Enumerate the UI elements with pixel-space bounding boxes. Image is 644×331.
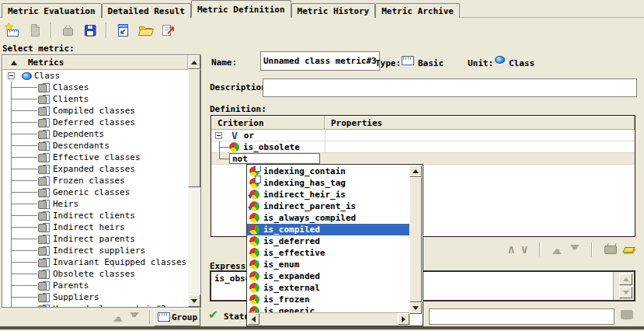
left-arrow-icon bbox=[252, 316, 256, 322]
tab-bar: Metric Evaluation Detailed Result Metric… bbox=[0, 0, 644, 18]
expression-scroll-up-button[interactable] bbox=[619, 274, 632, 285]
collapse-expander-icon[interactable] bbox=[215, 132, 222, 139]
open-metric-file-button[interactable] bbox=[136, 21, 155, 40]
dropdown-item[interactable]: is_effective bbox=[247, 247, 410, 259]
scrollbar-thumb[interactable] bbox=[409, 177, 422, 302]
criterion-edit-cell[interactable]: not bbox=[229, 153, 320, 164]
duplicate-metric-button[interactable] bbox=[26, 21, 44, 40]
expression-scroll-down-button[interactable] bbox=[619, 287, 632, 298]
tree-item[interactable]: Indirect clients bbox=[2, 210, 188, 221]
group-toggle-button[interactable]: Group bbox=[154, 308, 200, 326]
tree-item[interactable]: Suppliers bbox=[2, 291, 188, 303]
definition-label: Definition: bbox=[210, 104, 266, 114]
criterion-icon bbox=[249, 178, 259, 188]
dropdown-item[interactable]: is_compiled bbox=[247, 224, 410, 235]
move-metric-up-button[interactable] bbox=[113, 312, 124, 322]
tree-item-label: Classes bbox=[53, 82, 89, 92]
metrics-column-header[interactable]: Metrics bbox=[2, 55, 188, 70]
tree-item[interactable]: Effective classes bbox=[2, 152, 188, 163]
scroll-right-button[interactable] bbox=[398, 313, 409, 325]
tab[interactable]: Metric Evaluation bbox=[2, 3, 102, 18]
move-metric-down-button[interactable] bbox=[129, 312, 139, 322]
tab[interactable]: Metric History bbox=[291, 3, 376, 18]
tree-item-label: Parents bbox=[53, 280, 89, 291]
tree-item[interactable]: Compiled classes bbox=[2, 105, 188, 117]
criterion-row-or[interactable]: V or bbox=[211, 130, 635, 141]
or-operator-button[interactable]: V bbox=[521, 245, 527, 255]
dropdown-item[interactable]: is_always_compiled bbox=[247, 212, 410, 224]
new-metric-button[interactable] bbox=[3, 21, 22, 40]
dropdown-item[interactable]: is_expanded bbox=[247, 270, 410, 282]
tree-item-label: Suppliers bbox=[53, 292, 99, 302]
scroll-down-button[interactable] bbox=[188, 294, 200, 307]
tree-item[interactable]: Frozen classes bbox=[2, 175, 188, 186]
criterion-icon bbox=[249, 248, 259, 258]
dropdown-horizontal-scrollbar[interactable] bbox=[248, 312, 410, 325]
class-unit-icon bbox=[22, 72, 32, 80]
tree-item[interactable]: Obsolete classes bbox=[2, 268, 188, 280]
tree-item[interactable]: Deferred classes bbox=[2, 117, 188, 128]
select-metric-label: Select metric: bbox=[2, 44, 75, 54]
tree-item[interactable]: Expanded classes bbox=[2, 163, 188, 175]
tree-item[interactable]: Classes bbox=[2, 82, 188, 93]
dropdown-vertical-scrollbar[interactable] bbox=[409, 166, 422, 314]
collapse-expander-icon[interactable] bbox=[8, 72, 15, 79]
load-metrics-button[interactable] bbox=[113, 21, 132, 40]
scroll-up-button[interactable] bbox=[188, 55, 200, 69]
criterion-row-is-obsolete[interactable]: is_obsolete bbox=[211, 141, 635, 153]
unit-value: Class bbox=[509, 58, 534, 68]
dropdown-item[interactable]: indexing_has_tag bbox=[247, 177, 410, 189]
right-arrow-icon bbox=[402, 316, 406, 322]
tree-item[interactable]: Generic classes bbox=[2, 186, 188, 198]
scroll-down-button[interactable] bbox=[409, 302, 422, 314]
criterion-column-header[interactable]: Criterion bbox=[211, 116, 325, 130]
dropdown-item[interactable]: is_enum bbox=[247, 259, 410, 270]
open-folder-icon bbox=[137, 22, 154, 39]
properties-column-header[interactable]: Properties bbox=[325, 116, 635, 130]
tree-item[interactable]: Indirect parents bbox=[2, 233, 188, 245]
tree-item[interactable]: Invariant Equipped classes bbox=[2, 256, 188, 268]
delete-metric-button[interactable] bbox=[58, 21, 77, 40]
move-criterion-down-button[interactable] bbox=[569, 244, 580, 255]
tree-item[interactable]: Parents bbox=[2, 280, 188, 291]
dropdown-item[interactable]: is_external bbox=[247, 282, 410, 294]
criterion-row-editing[interactable]: not bbox=[211, 153, 635, 165]
tree-item[interactable]: Clients bbox=[2, 93, 188, 105]
dropdown-item[interactable]: is_frozen bbox=[247, 294, 410, 305]
scroll-left-button[interactable] bbox=[248, 313, 259, 325]
and-operator-button[interactable]: V bbox=[508, 245, 514, 255]
tree-item-label: Deferred classes bbox=[53, 117, 135, 127]
scrollbar-thumb[interactable] bbox=[188, 69, 200, 187]
tree-item[interactable]: Indirect suppliers bbox=[2, 245, 188, 256]
predefined-metric-icon bbox=[38, 153, 50, 162]
tab[interactable]: Metric Definition bbox=[191, 0, 291, 18]
dropdown-item[interactable]: indexing_contain bbox=[247, 166, 410, 177]
erase-criterion-button[interactable] bbox=[622, 247, 635, 253]
scroll-up-button[interactable] bbox=[409, 166, 422, 177]
tab[interactable]: Detailed Result bbox=[102, 3, 191, 18]
tree-item-label: Generic classes bbox=[53, 187, 130, 197]
name-input[interactable] bbox=[260, 51, 380, 71]
tree-item[interactable]: Heirs bbox=[2, 198, 188, 210]
dropdown-item[interactable]: indirect_heir_is bbox=[247, 189, 410, 200]
tree-item[interactable]: Dependents bbox=[2, 128, 188, 140]
export-metrics-button[interactable] bbox=[158, 21, 177, 40]
tree-scrollbar[interactable] bbox=[188, 55, 200, 307]
comment-icon[interactable] bbox=[621, 310, 633, 319]
predefined-metric-icon bbox=[38, 293, 50, 301]
tree-item[interactable]: Indirect heirs bbox=[2, 221, 188, 233]
tab[interactable]: Metric Archive bbox=[375, 3, 460, 18]
tree-item[interactable]: Descendants bbox=[2, 140, 188, 152]
dropdown-item[interactable]: indirect_parent_is bbox=[247, 200, 410, 212]
tree-connector bbox=[11, 93, 37, 105]
note-input[interactable] bbox=[429, 308, 614, 325]
tree-item-class-unit[interactable]: Class bbox=[2, 70, 188, 82]
tree-item[interactable]: Unnamed class metric#3 bbox=[2, 303, 188, 307]
criterion-icon bbox=[229, 142, 239, 152]
description-input[interactable] bbox=[263, 78, 637, 97]
tab-label: Metric History bbox=[298, 6, 370, 16]
delete-criterion-button[interactable] bbox=[604, 246, 617, 254]
move-criterion-up-button[interactable] bbox=[552, 244, 562, 255]
dropdown-item[interactable]: is_deferred bbox=[247, 235, 410, 247]
save-metric-button[interactable] bbox=[81, 21, 99, 40]
